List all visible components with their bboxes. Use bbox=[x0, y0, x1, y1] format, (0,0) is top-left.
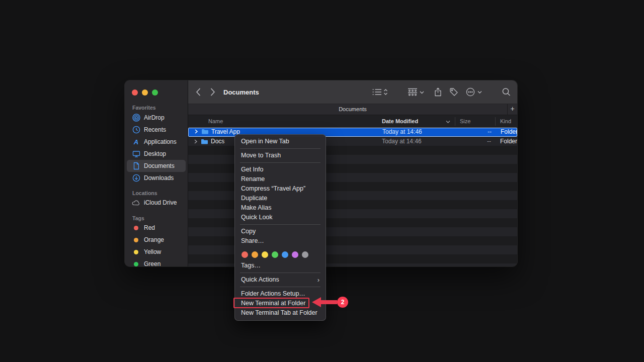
sidebar-item-tag-yellow[interactable]: Yellow bbox=[127, 246, 186, 258]
zoom-window-button[interactable] bbox=[152, 89, 158, 96]
column-divider[interactable] bbox=[455, 117, 455, 126]
file-size: -- bbox=[455, 137, 491, 146]
sidebar-item-tag-orange[interactable]: Orange bbox=[127, 234, 186, 246]
view-options-button[interactable] bbox=[372, 88, 388, 96]
sidebar-item-applications[interactable]: A Applications bbox=[127, 136, 186, 148]
step-badge: 2 bbox=[337, 297, 348, 308]
file-kind: Folder bbox=[500, 137, 517, 146]
applications-icon: A bbox=[132, 138, 140, 146]
file-date: Today at 14:46 bbox=[382, 128, 422, 136]
menu-item-share[interactable]: Share… bbox=[235, 236, 326, 246]
sidebar-item-airdrop[interactable]: AirDrop bbox=[127, 112, 186, 124]
sidebar-item-tag-red[interactable]: Red bbox=[127, 222, 186, 234]
yellow-tag-icon bbox=[132, 248, 140, 256]
sidebar-section-favorites: Favorites bbox=[132, 105, 156, 111]
tab-documents[interactable]: Documents bbox=[188, 104, 517, 115]
menu-item-duplicate[interactable]: Duplicate bbox=[235, 194, 326, 203]
menu-separator bbox=[240, 273, 320, 273]
back-button[interactable] bbox=[195, 88, 201, 97]
submenu-chevron-icon: › bbox=[317, 275, 319, 285]
new-tab-button[interactable]: + bbox=[507, 104, 517, 115]
blue-tag-swatch[interactable] bbox=[282, 251, 288, 258]
sidebar-item-label: Yellow bbox=[144, 248, 161, 255]
gray-tag-swatch[interactable] bbox=[302, 251, 308, 258]
sidebar-item-label: Applications bbox=[144, 138, 177, 145]
icloud-icon bbox=[132, 199, 140, 207]
airdrop-icon bbox=[132, 114, 140, 122]
menu-item-tags[interactable]: Tags… bbox=[235, 261, 326, 270]
file-kind: Folder bbox=[501, 128, 517, 136]
menu-separator bbox=[240, 287, 320, 287]
minimize-window-button[interactable] bbox=[142, 89, 148, 96]
column-header-date-modified[interactable]: Date Modified bbox=[382, 115, 418, 127]
orange-tag-swatch[interactable] bbox=[252, 251, 258, 258]
file-size: -- bbox=[455, 128, 492, 136]
column-headers: Name Date Modified Size Kind bbox=[188, 115, 517, 128]
column-divider[interactable] bbox=[495, 117, 496, 126]
tab-bar: Documents + bbox=[188, 104, 517, 115]
red-tag-swatch[interactable] bbox=[242, 251, 248, 258]
toolbar: Documents bbox=[188, 80, 517, 104]
sidebar-item-label: Recents bbox=[144, 126, 166, 133]
sidebar-section-locations: Locations bbox=[132, 190, 157, 196]
yellow-tag-swatch[interactable] bbox=[262, 251, 268, 258]
close-window-button[interactable] bbox=[132, 89, 138, 96]
sidebar-item-label: Documents bbox=[144, 162, 175, 169]
red-tag-icon bbox=[132, 224, 140, 232]
sidebar-item-icloud-drive[interactable]: iCloud Drive bbox=[127, 197, 186, 209]
highlight-box bbox=[233, 298, 309, 308]
downloads-icon bbox=[132, 174, 140, 183]
file-date: Today at 14:46 bbox=[382, 137, 422, 146]
menu-item-copy[interactable]: Copy bbox=[235, 227, 326, 236]
column-header-name[interactable]: Name bbox=[208, 115, 223, 127]
sidebar-item-label: iCloud Drive bbox=[144, 199, 177, 206]
sidebar-item-desktop[interactable]: Desktop bbox=[127, 148, 186, 160]
disclosure-chevron-icon[interactable] bbox=[194, 137, 198, 146]
menu-item-compress[interactable]: Compress “Travel App” bbox=[235, 184, 326, 194]
sidebar: Favorites AirDrop Recents A Applications bbox=[125, 80, 188, 266]
menu-item-quick-look[interactable]: Quick Look bbox=[235, 213, 326, 222]
window-title: Documents bbox=[223, 88, 259, 96]
column-header-size[interactable]: Size bbox=[460, 115, 470, 127]
sidebar-item-label: Downloads bbox=[144, 174, 174, 182]
sidebar-item-label: Red bbox=[144, 224, 155, 231]
menu-item-make-alias[interactable]: Make Alias bbox=[235, 203, 326, 213]
arrow-left-icon bbox=[311, 296, 339, 311]
menu-separator bbox=[240, 224, 320, 225]
menu-item-quick-actions[interactable]: Quick Actions › bbox=[235, 275, 326, 285]
menu-item-move-to-trash[interactable]: Move to Trash bbox=[235, 151, 326, 160]
sidebar-item-downloads[interactable]: Downloads bbox=[127, 172, 186, 184]
context-menu: Open in New Tab Move to Trash Get Info R… bbox=[234, 134, 326, 321]
search-icon[interactable] bbox=[502, 88, 511, 97]
sidebar-item-label: Green bbox=[144, 260, 160, 266]
menu-separator bbox=[240, 148, 320, 149]
sidebar-section-tags: Tags bbox=[132, 215, 144, 221]
more-actions-button[interactable] bbox=[466, 87, 482, 97]
disclosure-chevron-icon[interactable] bbox=[194, 128, 198, 136]
menu-item-open-in-new-tab[interactable]: Open in New Tab bbox=[235, 137, 326, 146]
sidebar-item-recents[interactable]: Recents bbox=[127, 124, 186, 136]
folder-icon bbox=[201, 137, 208, 146]
recents-icon bbox=[132, 126, 140, 134]
share-icon[interactable] bbox=[434, 87, 442, 97]
forward-button[interactable] bbox=[210, 88, 216, 97]
column-header-kind[interactable]: Kind bbox=[500, 115, 511, 127]
desktop-icon bbox=[132, 150, 140, 158]
tag-icon[interactable] bbox=[449, 87, 458, 97]
green-tag-swatch[interactable] bbox=[272, 251, 278, 258]
menu-item-rename[interactable]: Rename bbox=[235, 174, 326, 184]
menu-item-label: Quick Actions bbox=[241, 275, 279, 285]
document-icon bbox=[132, 162, 140, 170]
sidebar-item-label: AirDrop bbox=[144, 114, 165, 121]
sidebar-item-tag-green[interactable]: Green bbox=[127, 258, 186, 266]
sidebar-item-label: Orange bbox=[144, 236, 164, 243]
menu-separator bbox=[240, 162, 320, 163]
group-by-button[interactable] bbox=[408, 88, 424, 96]
sidebar-item-label: Desktop bbox=[144, 150, 166, 157]
menu-item-get-info[interactable]: Get Info bbox=[235, 165, 326, 174]
file-name: Docs bbox=[211, 137, 224, 146]
orange-tag-icon bbox=[132, 236, 140, 244]
menu-tag-color-row bbox=[235, 248, 326, 261]
sidebar-item-documents[interactable]: Documents bbox=[127, 160, 186, 172]
purple-tag-swatch[interactable] bbox=[292, 251, 298, 258]
